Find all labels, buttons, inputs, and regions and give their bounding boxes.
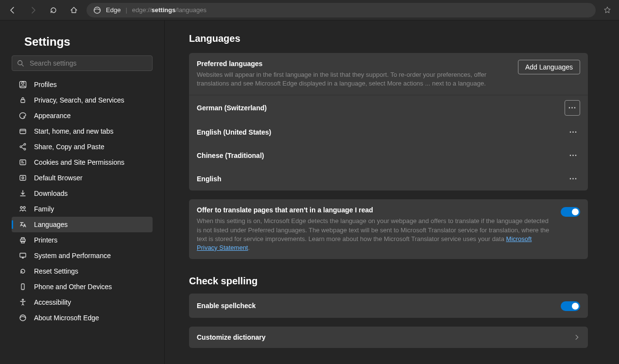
sidebar-item-label: Languages [34, 221, 68, 228]
language-name: English [197, 175, 222, 183]
cookie-icon [18, 158, 27, 167]
sidebar-item-system-and-performance[interactable]: System and Performance [12, 248, 153, 263]
sidebar-item-label: Printers [34, 236, 57, 244]
language-name: Chinese (Traditional) [197, 152, 264, 159]
forward-button[interactable] [25, 2, 41, 18]
customize-dictionary-card[interactable]: Customize dictionary [189, 327, 588, 348]
share-icon [18, 142, 27, 151]
customize-dictionary-label: Customize dictionary [197, 333, 266, 341]
edge-icon [18, 313, 27, 322]
back-button[interactable] [5, 2, 20, 18]
svg-point-8 [20, 146, 22, 148]
site-identity: Edge [106, 6, 120, 14]
svg-point-14 [23, 207, 25, 208]
language-more-button[interactable]: ··· [565, 100, 580, 116]
sidebar-item-label: Cookies and Site Permissions [34, 158, 124, 166]
sidebar-item-start-home-and-new-tabs[interactable]: Start, home, and new tabs [12, 123, 153, 139]
svg-point-0 [94, 7, 101, 13]
preferred-desc: Websites will appear in the first langua… [197, 70, 510, 88]
translate-title: Offer to translate pages that aren't in … [197, 206, 553, 214]
svg-point-3 [22, 82, 24, 85]
language-name: English (United States) [197, 128, 271, 136]
sidebar-item-profiles[interactable]: Profiles [12, 77, 153, 92]
svg-rect-17 [20, 253, 26, 257]
sidebar-item-label: Start, home, and new tabs [34, 127, 113, 135]
reload-button[interactable] [46, 2, 61, 18]
edge-logo-icon [93, 6, 101, 14]
language-more-button[interactable]: ··· [567, 149, 580, 162]
sidebar-item-label: Accessibility [34, 298, 71, 306]
sidebar-item-label: Phone and Other Devices [34, 283, 112, 291]
svg-point-21 [20, 315, 26, 321]
translate-card: Offer to translate pages that aren't in … [189, 199, 588, 259]
url-text: edge://settings/languages [132, 6, 206, 14]
profile-icon [18, 80, 27, 89]
sidebar-item-about-microsoft-edge[interactable]: About Microsoft Edge [12, 310, 153, 326]
tab-icon [18, 127, 27, 136]
address-bar[interactable]: Edge | edge://settings/languages [86, 3, 596, 17]
spellcheck-label: Enable spellcheck [197, 302, 553, 310]
separator: | [125, 6, 127, 14]
search-settings[interactable] [12, 55, 153, 71]
sidebar-item-downloads[interactable]: Downloads [12, 186, 153, 201]
chevron-right-icon [573, 334, 580, 341]
language-more-button[interactable]: ··· [567, 172, 580, 186]
spellcheck-toggle[interactable] [561, 301, 580, 311]
spellcheck-card: Enable spellcheck [189, 294, 588, 318]
language-row: Chinese (Traditional)··· [189, 144, 588, 167]
browser-toolbar: Edge | edge://settings/languages [0, 0, 619, 20]
sidebar-nav: ProfilesPrivacy, Search, and ServicesApp… [12, 77, 153, 326]
main-content: Languages Preferred languages Websites w… [165, 20, 619, 364]
sidebar-item-label: Profiles [34, 81, 57, 88]
download-icon [18, 189, 27, 198]
phone-icon [18, 282, 27, 291]
sidebar-item-appearance[interactable]: Appearance [12, 108, 153, 123]
language-more-button[interactable]: ··· [567, 125, 580, 139]
sidebar-item-family[interactable]: Family [12, 201, 153, 217]
svg-point-20 [22, 299, 24, 301]
language-name: German (Switzerland) [197, 104, 267, 112]
translate-toggle[interactable] [561, 207, 580, 217]
lock-icon [18, 96, 27, 104]
svg-point-9 [24, 148, 26, 150]
sidebar-item-phone-and-other-devices[interactable]: Phone and Other Devices [12, 279, 153, 295]
accessibility-icon [18, 298, 27, 307]
sidebar-item-label: System and Performance [34, 252, 111, 260]
sidebar-item-label: Privacy, Search, and Services [34, 96, 124, 104]
sidebar-item-default-browser[interactable]: Default Browser [12, 170, 153, 186]
ellipsis-icon: ··· [568, 104, 576, 112]
sidebar-item-label: Downloads [34, 190, 68, 197]
language-row: German (Switzerland)··· [189, 95, 588, 121]
sidebar-item-label: About Microsoft Edge [34, 314, 99, 322]
sidebar-item-printers[interactable]: Printers [12, 232, 153, 248]
system-icon [18, 251, 27, 260]
sidebar-item-accessibility[interactable]: Accessibility [12, 295, 153, 310]
sidebar-item-cookies-and-site-permissions[interactable]: Cookies and Site Permissions [12, 155, 153, 170]
search-input[interactable] [29, 59, 147, 68]
language-row: English··· [189, 167, 588, 191]
sidebar-item-languages[interactable]: Languages [12, 217, 153, 232]
sidebar-item-share-copy-and-paste[interactable]: Share, Copy and Paste [12, 139, 153, 155]
appearance-icon [18, 111, 27, 120]
ellipsis-icon: ··· [569, 174, 577, 183]
sidebar-item-label: Share, Copy and Paste [34, 143, 104, 151]
svg-rect-5 [21, 100, 25, 103]
ellipsis-icon: ··· [569, 128, 577, 137]
printer-icon [18, 236, 27, 244]
settings-sidebar: Settings ProfilesPrivacy, Search, and Se… [0, 20, 165, 364]
ellipsis-icon: ··· [569, 151, 577, 160]
add-languages-button[interactable]: Add Languages [518, 60, 580, 74]
svg-rect-11 [20, 175, 26, 180]
sidebar-title: Settings [24, 35, 153, 49]
svg-point-12 [22, 177, 24, 179]
home-button[interactable] [66, 2, 82, 18]
svg-line-2 [22, 65, 24, 67]
favorite-button[interactable] [601, 6, 614, 15]
sidebar-item-reset-settings[interactable]: Reset Settings [12, 263, 153, 279]
translate-desc: When this setting is on, Microsoft Edge … [197, 217, 553, 252]
sidebar-item-privacy-search-and-services[interactable]: Privacy, Search, and Services [12, 92, 153, 108]
language-icon [18, 220, 27, 229]
preferred-languages-card: Preferred languages Websites will appear… [189, 53, 588, 191]
page-heading: Languages [189, 33, 588, 44]
language-row: English (United States)··· [189, 121, 588, 144]
